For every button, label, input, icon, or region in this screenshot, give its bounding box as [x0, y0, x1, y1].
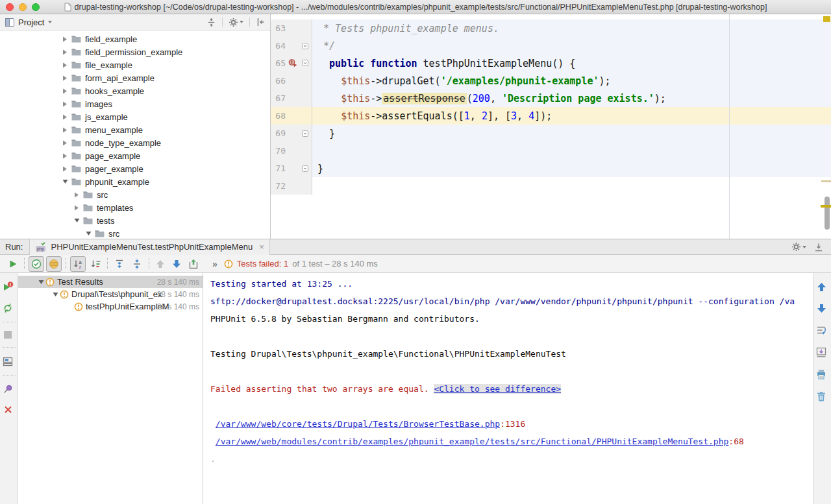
code-text[interactable]: $this->assertEquals([1, 2], [3, 4]);: [312, 107, 831, 125]
export-test-results-button[interactable]: [186, 256, 201, 272]
code-text[interactable]: }: [312, 160, 831, 177]
project-tree-item-hooks_example[interactable]: hooks_example: [0, 84, 270, 97]
test-result-row[interactable]: Test Results28 s 140 ms: [18, 276, 203, 288]
editor-scrollbar-thumb[interactable]: [825, 197, 830, 230]
project-tree-item-field_example[interactable]: field_example: [0, 32, 270, 45]
error-stripe-warning-mark[interactable]: [821, 205, 831, 208]
chevron-collapsed-icon[interactable]: [60, 101, 69, 107]
project-tree-item-images[interactable]: images: [0, 97, 270, 110]
up-the-stack-trace-button[interactable]: [814, 280, 829, 294]
editor-line-70[interactable]: 70: [271, 142, 831, 160]
chevron-collapsed-icon[interactable]: [60, 62, 69, 68]
run-configuration-tab[interactable]: php PHPUnitExampleMenuTest.testPhpUnitEx…: [29, 239, 269, 255]
code-text[interactable]: $this->drupalGet('/examples/phpunit-exam…: [312, 72, 831, 90]
editor-line-71[interactable]: 71}: [271, 160, 831, 177]
show-passed-toggle[interactable]: [29, 256, 44, 272]
chevron-collapsed-icon[interactable]: [72, 205, 81, 211]
chevron-expanded-icon[interactable]: [72, 218, 81, 223]
chevron-collapsed-icon[interactable]: [60, 36, 69, 42]
chevron-collapsed-icon[interactable]: [60, 114, 69, 120]
code-text[interactable]: $this->assertResponse(200, 'Description …: [312, 90, 831, 107]
editor-line-65[interactable]: 65 public function testPhpUnitExampleMen…: [271, 54, 831, 72]
close-panel-button[interactable]: [1, 403, 15, 416]
code-text[interactable]: }: [312, 125, 831, 142]
editor-line-64[interactable]: 64 */: [271, 37, 831, 54]
project-tree-item-form_api_example[interactable]: form_api_example: [0, 71, 270, 84]
project-tree-item-field_permission_example[interactable]: field_permission_example: [0, 45, 270, 58]
fold-marker-icon[interactable]: [300, 165, 310, 172]
close-window-button[interactable]: [6, 3, 14, 11]
code-text[interactable]: [312, 177, 831, 195]
project-tree-item-js_example[interactable]: js_example: [0, 110, 270, 123]
next-occurrence-button[interactable]: [169, 257, 184, 271]
test-console-output[interactable]: Testing started at 13:25 ...sftp://docke…: [203, 273, 813, 504]
test-result-row[interactable]: testPhpUnitExampleM28 s 140 ms: [18, 300, 203, 313]
chevron-expanded-icon[interactable]: [51, 292, 60, 297]
project-tree-item-src[interactable]: src: [0, 188, 270, 201]
zoom-window-button[interactable]: [32, 3, 40, 11]
project-tree-item-phpunit_example[interactable]: phpunit_example: [0, 175, 270, 188]
project-panel-title[interactable]: Project: [18, 18, 44, 27]
sort-by-duration-toggle[interactable]: [88, 256, 103, 272]
project-tree-item-pager_example[interactable]: pager_example: [0, 162, 270, 175]
stop-button[interactable]: [1, 328, 14, 341]
code-editor[interactable]: 63 * Tests phpunit_example menus.64 */65…: [271, 14, 831, 239]
project-tree-item-src[interactable]: src: [0, 227, 270, 239]
print-button[interactable]: [813, 366, 829, 382]
code-text[interactable]: public function testPhpUnitExampleMenu()…: [312, 54, 831, 72]
editor-line-63[interactable]: 63 * Tests phpunit_example menus.: [271, 19, 831, 37]
rerun-button[interactable]: [6, 257, 20, 271]
editor-line-66[interactable]: 66 $this->drupalGet('/examples/phpunit-e…: [271, 72, 831, 90]
chevron-collapsed-icon[interactable]: [72, 192, 81, 198]
stacktrace-link-browsertestbase[interactable]: /var/www/web/core/tests/Drupal/Tests/Bro…: [216, 419, 500, 429]
project-tree-item-menu_example[interactable]: menu_example: [0, 123, 270, 136]
expand-all-button[interactable]: [112, 256, 127, 272]
chevron-expanded-icon[interactable]: [60, 179, 69, 184]
collapse-all-button[interactable]: [129, 256, 145, 272]
more-actions-button[interactable]: »: [212, 259, 217, 269]
chevron-collapsed-icon[interactable]: [60, 166, 69, 172]
hide-run-panel-button[interactable]: [814, 243, 823, 252]
error-stripe-status-square[interactable]: [823, 16, 830, 22]
rerun-failed-tests-button[interactable]: [0, 279, 16, 294]
chevron-collapsed-icon[interactable]: [60, 49, 69, 55]
project-tree-item-file_example[interactable]: file_example: [0, 58, 270, 71]
chevron-collapsed-icon[interactable]: [60, 75, 69, 81]
chevron-expanded-icon[interactable]: [36, 280, 45, 285]
run-panel-settings-button[interactable]: [791, 242, 806, 252]
see-difference-link[interactable]: <Click to see difference>: [434, 384, 561, 394]
fold-marker-icon[interactable]: [300, 43, 310, 49]
previous-occurrence-button[interactable]: [153, 257, 167, 271]
down-the-stack-trace-button[interactable]: [814, 301, 829, 316]
close-tab-icon[interactable]: ×: [259, 242, 264, 252]
toggle-auto-test-button[interactable]: [0, 300, 16, 316]
project-tree-item-templates[interactable]: templates: [0, 201, 270, 214]
minimize-window-button[interactable]: [19, 3, 27, 11]
stacktrace-link-menutest[interactable]: /var/www/web/modules/contrib/examples/ph…: [216, 437, 729, 446]
soft-wrap-toggle[interactable]: [813, 322, 829, 338]
test-result-row[interactable]: Drupal\Tests\phpunit_ex28 s 140 ms: [18, 288, 203, 300]
editor-line-69[interactable]: 69 }: [271, 125, 831, 142]
project-tree-item-node_type_example[interactable]: node_type_example: [0, 136, 270, 149]
scroll-to-end-button[interactable]: [813, 344, 829, 360]
sort-alphabetically-toggle[interactable]: az: [70, 256, 86, 272]
chevron-collapsed-icon[interactable]: [60, 153, 69, 159]
collapse-all-icon[interactable]: [206, 18, 216, 27]
settings-gear-button[interactable]: [229, 18, 243, 27]
chevron-down-icon[interactable]: [48, 21, 52, 23]
chevron-collapsed-icon[interactable]: [60, 140, 69, 146]
chevron-expanded-icon[interactable]: [84, 231, 93, 236]
editor-line-68[interactable]: 68 $this->assertEquals([1, 2], [3, 4]);: [271, 107, 831, 125]
chevron-collapsed-icon[interactable]: [60, 88, 69, 94]
chevron-collapsed-icon[interactable]: [60, 127, 69, 133]
fold-marker-icon[interactable]: [300, 60, 310, 67]
code-text[interactable]: * Tests phpunit_example menus.: [312, 19, 831, 37]
project-tree-item-tests[interactable]: tests: [0, 214, 270, 227]
editor-line-67[interactable]: 67 $this->assertResponse(200, 'Descripti…: [271, 90, 831, 107]
editor-line-72[interactable]: 72: [271, 177, 831, 195]
failed-test-marker-icon[interactable]: [286, 59, 300, 67]
error-stripe-warning-mark[interactable]: [821, 180, 831, 182]
fold-marker-icon[interactable]: [300, 130, 310, 137]
pin-tab-button[interactable]: [0, 381, 16, 397]
hide-panel-icon[interactable]: [256, 18, 265, 27]
